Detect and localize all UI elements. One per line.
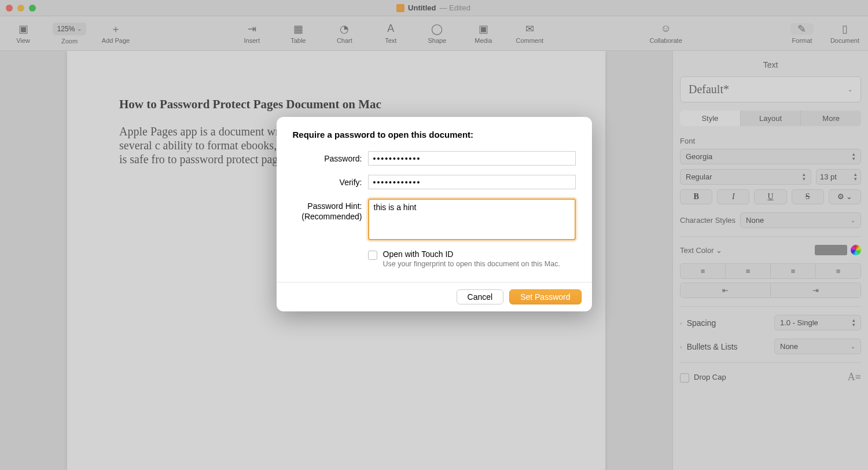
password-input[interactable] [368, 151, 576, 166]
touchid-label: Open with Touch ID [383, 249, 560, 259]
dialog-title: Require a password to open this document… [293, 130, 576, 139]
hint-label: Password Hint: (Recommended) [293, 199, 362, 222]
verify-label: Verify: [293, 175, 362, 188]
modal-overlay: Require a password to open this document… [0, 0, 868, 470]
touchid-description: Use your fingerprint to open this docume… [383, 260, 560, 268]
password-label: Password: [293, 151, 362, 164]
set-password-button[interactable]: Set Password [509, 289, 581, 304]
verify-input[interactable] [368, 175, 576, 189]
password-dialog: Require a password to open this document… [277, 117, 592, 311]
cancel-button[interactable]: Cancel [457, 289, 504, 304]
hint-input[interactable]: this is a hint [368, 199, 576, 240]
touchid-checkbox[interactable] [368, 251, 377, 260]
